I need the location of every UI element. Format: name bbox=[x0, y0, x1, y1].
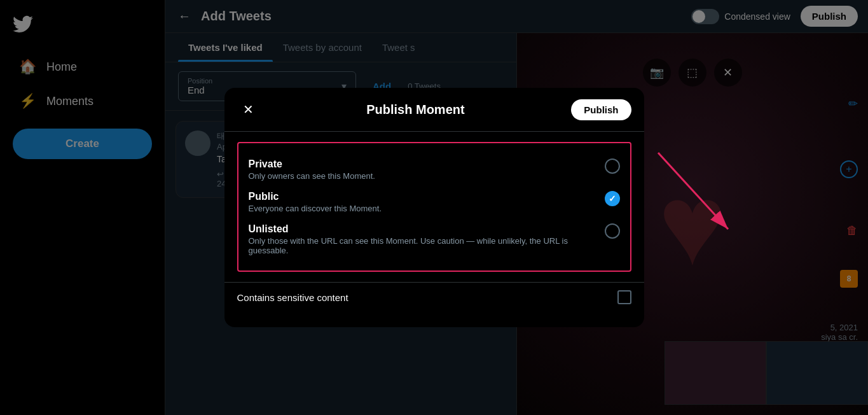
option-private-desc: Only owners can see this Moment. bbox=[249, 171, 597, 181]
visibility-options: Private Only owners can see this Moment.… bbox=[237, 142, 631, 272]
option-private-title: Private bbox=[249, 158, 597, 170]
main-area: ← Add Tweets Condensed view Publish Twee… bbox=[165, 0, 868, 415]
radio-private[interactable] bbox=[605, 158, 620, 174]
radio-unlisted[interactable] bbox=[605, 223, 620, 239]
radio-public[interactable] bbox=[605, 191, 620, 206]
modal-publish-button[interactable]: Publish bbox=[571, 99, 631, 120]
option-private-text: Private Only owners can see this Moment. bbox=[249, 158, 597, 181]
modal-overlay: ✕ Publish Moment Publish Private Only ow… bbox=[165, 0, 868, 415]
modal-close-button[interactable]: ✕ bbox=[237, 98, 260, 121]
option-private: Private Only owners can see this Moment. bbox=[249, 153, 620, 186]
sensitive-content-row: Contains sensitive content bbox=[224, 282, 644, 312]
option-unlisted-desc: Only those with the URL can see this Mom… bbox=[249, 236, 597, 255]
publish-moment-modal: ✕ Publish Moment Publish Private Only ow… bbox=[224, 88, 644, 327]
option-unlisted-text: Unlisted Only those with the URL can see… bbox=[249, 223, 597, 255]
modal-title: Publish Moment bbox=[366, 102, 464, 117]
sensitive-label: Contains sensitive content bbox=[237, 292, 348, 303]
option-public: Public Everyone can discover this Moment… bbox=[249, 186, 620, 218]
option-public-desc: Everyone can discover this Moment. bbox=[249, 204, 597, 213]
option-unlisted-title: Unlisted bbox=[249, 223, 597, 235]
close-modal-icon: ✕ bbox=[243, 102, 254, 117]
modal-header: ✕ Publish Moment Publish bbox=[224, 88, 644, 132]
red-arrow-annotation bbox=[639, 140, 754, 255]
sensitive-checkbox[interactable] bbox=[617, 290, 631, 304]
option-public-title: Public bbox=[249, 191, 597, 202]
option-public-text: Public Everyone can discover this Moment… bbox=[249, 191, 597, 213]
svg-line-1 bbox=[658, 153, 728, 229]
option-unlisted: Unlisted Only those with the URL can see… bbox=[249, 218, 620, 260]
